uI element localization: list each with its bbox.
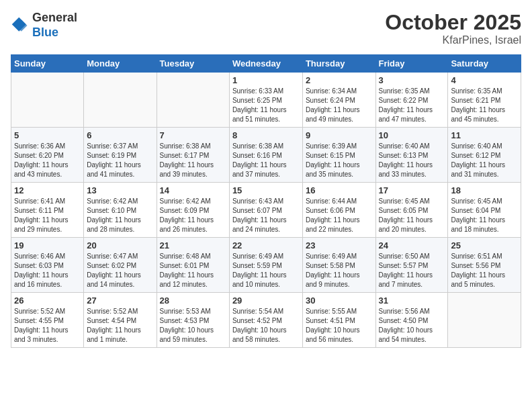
logo-icon [11,16,30,35]
day-number: 8 [232,130,300,140]
calendar-cell: 29Sunrise: 5:54 AM Sunset: 4:52 PM Dayli… [229,293,302,348]
calendar-cell: 16Sunrise: 6:44 AM Sunset: 6:06 PM Dayli… [302,183,375,238]
day-number: 22 [232,240,300,250]
calendar-cell: 2Sunrise: 6:34 AM Sunset: 6:24 PM Daylig… [302,73,375,128]
calendar-cell: 17Sunrise: 6:45 AM Sunset: 6:05 PM Dayli… [375,183,448,238]
day-info: Sunrise: 5:52 AM Sunset: 4:55 PM Dayligh… [14,307,81,345]
day-info: Sunrise: 6:37 AM Sunset: 6:19 PM Dayligh… [87,142,153,179]
calendar-cell: 7Sunrise: 6:38 AM Sunset: 6:17 PM Daylig… [157,128,229,183]
calendar-cell: 28Sunrise: 5:53 AM Sunset: 4:53 PM Dayli… [157,293,229,348]
weekday-header-thursday: Thursday [302,55,375,73]
day-number: 26 [14,295,81,306]
calendar-cell: 14Sunrise: 6:42 AM Sunset: 6:09 PM Dayli… [157,183,229,238]
weekday-header-sunday: Sunday [11,55,84,73]
weekday-header-row: SundayMondayTuesdayWednesdayThursdayFrid… [11,55,521,73]
calendar-cell: 18Sunrise: 6:45 AM Sunset: 6:04 PM Dayli… [448,183,521,238]
calendar-week-2: 5Sunrise: 6:36 AM Sunset: 6:20 PM Daylig… [11,128,521,183]
calendar-cell [11,73,84,128]
day-number: 5 [14,130,81,140]
calendar-cell: 4Sunrise: 6:35 AM Sunset: 6:21 PM Daylig… [448,73,521,128]
day-number: 31 [379,295,445,306]
day-number: 3 [379,75,445,85]
day-info: Sunrise: 6:34 AM Sunset: 6:24 PM Dayligh… [306,87,373,124]
day-number: 23 [306,240,373,250]
day-info: Sunrise: 6:51 AM Sunset: 5:56 PM Dayligh… [451,252,518,289]
day-info: Sunrise: 6:47 AM Sunset: 6:02 PM Dayligh… [87,252,153,289]
day-number: 18 [451,185,518,195]
calendar-cell: 24Sunrise: 6:50 AM Sunset: 5:57 PM Dayli… [375,238,448,293]
weekday-header-monday: Monday [84,55,157,73]
calendar-cell: 11Sunrise: 6:40 AM Sunset: 6:12 PM Dayli… [448,128,521,183]
calendar-cell: 8Sunrise: 6:38 AM Sunset: 6:16 PM Daylig… [229,128,302,183]
day-info: Sunrise: 6:48 AM Sunset: 6:01 PM Dayligh… [160,252,226,289]
day-info: Sunrise: 6:45 AM Sunset: 6:04 PM Dayligh… [451,197,518,234]
day-number: 9 [306,130,373,140]
calendar-cell: 10Sunrise: 6:40 AM Sunset: 6:13 PM Dayli… [375,128,448,183]
calendar-cell: 22Sunrise: 6:49 AM Sunset: 5:59 PM Dayli… [229,238,302,293]
day-info: Sunrise: 6:38 AM Sunset: 6:16 PM Dayligh… [232,142,300,179]
calendar-week-3: 12Sunrise: 6:41 AM Sunset: 6:11 PM Dayli… [11,183,521,238]
day-number: 29 [232,295,300,306]
calendar-cell: 12Sunrise: 6:41 AM Sunset: 6:11 PM Dayli… [11,183,84,238]
day-number: 14 [160,185,226,195]
day-number: 21 [160,240,226,250]
day-number: 1 [232,75,300,85]
calendar-cell: 15Sunrise: 6:43 AM Sunset: 6:07 PM Dayli… [229,183,302,238]
calendar-cell [84,73,157,128]
day-number: 11 [451,130,518,140]
location: KfarPines, Israel [385,34,521,46]
day-number: 7 [160,130,226,140]
calendar-cell: 30Sunrise: 5:55 AM Sunset: 4:51 PM Dayli… [302,293,375,348]
day-info: Sunrise: 6:33 AM Sunset: 6:25 PM Dayligh… [232,87,300,124]
logo: General Blue [11,11,77,40]
month-title: October 2025 [385,11,521,34]
calendar-cell: 27Sunrise: 5:52 AM Sunset: 4:54 PM Dayli… [84,293,157,348]
calendar-cell: 20Sunrise: 6:47 AM Sunset: 6:02 PM Dayli… [84,238,157,293]
day-info: Sunrise: 6:45 AM Sunset: 6:05 PM Dayligh… [379,197,445,234]
calendar-cell: 9Sunrise: 6:39 AM Sunset: 6:15 PM Daylig… [302,128,375,183]
day-number: 13 [87,185,153,195]
calendar-cell: 1Sunrise: 6:33 AM Sunset: 6:25 PM Daylig… [229,73,302,128]
day-number: 4 [451,75,518,85]
day-number: 30 [306,295,373,306]
day-info: Sunrise: 5:53 AM Sunset: 4:53 PM Dayligh… [160,307,226,345]
calendar-cell: 19Sunrise: 6:46 AM Sunset: 6:03 PM Dayli… [11,238,84,293]
day-number: 24 [379,240,445,250]
day-number: 2 [306,75,373,85]
weekday-header-friday: Friday [375,55,448,73]
logo-blue: Blue [32,26,58,39]
calendar-cell: 31Sunrise: 5:56 AM Sunset: 4:50 PM Dayli… [375,293,448,348]
day-number: 6 [87,130,153,140]
weekday-header-tuesday: Tuesday [157,55,229,73]
day-info: Sunrise: 5:56 AM Sunset: 4:50 PM Dayligh… [379,307,445,345]
calendar-cell: 6Sunrise: 6:37 AM Sunset: 6:19 PM Daylig… [84,128,157,183]
calendar-cell: 5Sunrise: 6:36 AM Sunset: 6:20 PM Daylig… [11,128,84,183]
calendar-cell: 21Sunrise: 6:48 AM Sunset: 6:01 PM Dayli… [157,238,229,293]
day-info: Sunrise: 6:49 AM Sunset: 5:58 PM Dayligh… [306,252,373,289]
calendar-cell: 23Sunrise: 6:49 AM Sunset: 5:58 PM Dayli… [302,238,375,293]
calendar-week-1: 1Sunrise: 6:33 AM Sunset: 6:25 PM Daylig… [11,73,521,128]
day-info: Sunrise: 6:49 AM Sunset: 5:59 PM Dayligh… [232,252,300,289]
day-number: 12 [14,185,81,195]
day-number: 19 [14,240,81,250]
logo-general: General [32,11,77,24]
weekday-header-wednesday: Wednesday [229,55,302,73]
logo-text: General Blue [32,11,77,40]
day-info: Sunrise: 6:38 AM Sunset: 6:17 PM Dayligh… [160,142,226,179]
day-number: 20 [87,240,153,250]
day-number: 10 [379,130,445,140]
calendar-cell [448,293,521,348]
day-number: 16 [306,185,373,195]
day-info: Sunrise: 6:35 AM Sunset: 6:21 PM Dayligh… [451,87,518,124]
day-number: 27 [87,295,153,306]
day-info: Sunrise: 6:44 AM Sunset: 6:06 PM Dayligh… [306,197,373,234]
title-block: October 2025 KfarPines, Israel [385,11,521,46]
day-info: Sunrise: 5:52 AM Sunset: 4:54 PM Dayligh… [87,307,153,345]
calendar-cell: 13Sunrise: 6:42 AM Sunset: 6:10 PM Dayli… [84,183,157,238]
calendar-cell: 25Sunrise: 6:51 AM Sunset: 5:56 PM Dayli… [448,238,521,293]
calendar-cell: 3Sunrise: 6:35 AM Sunset: 6:22 PM Daylig… [375,73,448,128]
calendar-week-5: 26Sunrise: 5:52 AM Sunset: 4:55 PM Dayli… [11,293,521,348]
day-info: Sunrise: 5:55 AM Sunset: 4:51 PM Dayligh… [306,307,373,345]
day-number: 25 [451,240,518,250]
calendar-table: SundayMondayTuesdayWednesdayThursdayFrid… [11,54,521,348]
